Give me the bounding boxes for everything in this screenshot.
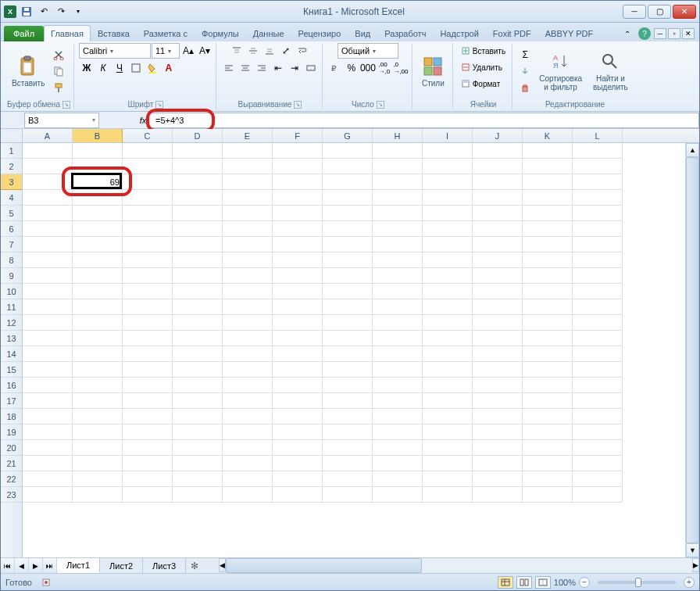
minimize-button[interactable]: ─ <box>623 5 646 19</box>
cell[interactable] <box>523 424 573 440</box>
cell[interactable] <box>573 190 623 206</box>
cell[interactable] <box>573 174 623 190</box>
column-header[interactable]: L <box>573 129 623 142</box>
cell[interactable]: 69 <box>73 174 123 190</box>
cell[interactable] <box>173 315 223 331</box>
cell[interactable] <box>473 440 523 456</box>
tab-addins[interactable]: Надстрой <box>433 25 485 41</box>
cell[interactable] <box>273 253 323 268</box>
cell[interactable] <box>173 346 223 362</box>
horizontal-scrollbar[interactable]: ◀ ▶ <box>219 558 699 573</box>
cell[interactable] <box>273 331 323 346</box>
cell[interactable] <box>73 253 123 268</box>
cell[interactable] <box>323 378 373 393</box>
cell[interactable] <box>273 221 323 237</box>
cell[interactable] <box>523 159 573 174</box>
tab-abbyy[interactable]: ABBYY PDF <box>538 25 601 41</box>
cell[interactable] <box>373 471 423 487</box>
cell[interactable] <box>473 268 523 284</box>
sort-filter-button[interactable]: АЯ Сортировка и фильтр <box>534 49 587 93</box>
cell[interactable] <box>323 440 373 456</box>
cell[interactable] <box>373 159 423 174</box>
last-sheet-button[interactable]: ⏭ <box>43 558 57 573</box>
cell[interactable] <box>123 440 173 456</box>
tab-formulas[interactable]: Формулы <box>195 25 246 41</box>
cell[interactable] <box>573 440 623 456</box>
cell[interactable] <box>123 456 173 471</box>
cell[interactable] <box>73 378 123 393</box>
cell[interactable] <box>423 440 473 456</box>
cell[interactable] <box>423 346 473 362</box>
cell[interactable] <box>173 378 223 393</box>
cell[interactable] <box>23 378 73 393</box>
cell[interactable] <box>323 221 373 237</box>
page-break-view-button[interactable] <box>535 576 551 589</box>
cell[interactable] <box>473 362 523 378</box>
cell[interactable] <box>373 299 423 315</box>
cell[interactable] <box>123 331 173 346</box>
undo-button[interactable]: ↶ <box>37 5 51 19</box>
cell[interactable] <box>573 471 623 487</box>
cell[interactable] <box>173 424 223 440</box>
cell[interactable] <box>273 284 323 299</box>
cell[interactable] <box>223 471 273 487</box>
cell[interactable] <box>23 159 73 174</box>
cell[interactable] <box>223 253 273 268</box>
cell[interactable] <box>123 487 173 503</box>
cell[interactable] <box>523 299 573 315</box>
copy-button[interactable] <box>51 63 66 79</box>
cell[interactable] <box>73 440 123 456</box>
underline-button[interactable]: Ч <box>112 60 127 76</box>
cell[interactable] <box>373 346 423 362</box>
cell[interactable] <box>273 159 323 174</box>
tab-developer[interactable]: Разработч <box>377 25 433 41</box>
zoom-out-button[interactable]: − <box>579 577 590 588</box>
fx-button[interactable]: fx <box>135 113 151 128</box>
font-size-combo[interactable]: 11▾ <box>152 43 180 59</box>
cell[interactable] <box>173 299 223 315</box>
cell[interactable] <box>423 393 473 409</box>
cell[interactable] <box>473 456 523 471</box>
cell[interactable] <box>73 409 123 424</box>
qat-more-button[interactable]: ▾ <box>71 5 85 19</box>
cell[interactable] <box>223 487 273 503</box>
cell[interactable] <box>473 424 523 440</box>
row-header[interactable]: 10 <box>1 284 22 299</box>
cell[interactable] <box>173 143 223 159</box>
cell[interactable] <box>273 487 323 503</box>
cell[interactable] <box>473 253 523 268</box>
cell[interactable] <box>23 315 73 331</box>
cell[interactable] <box>123 362 173 378</box>
cell[interactable] <box>23 221 73 237</box>
normal-view-button[interactable] <box>498 576 513 589</box>
cell[interactable] <box>373 440 423 456</box>
row-header[interactable]: 18 <box>1 409 22 424</box>
font-color-button[interactable]: A <box>161 60 177 76</box>
cell[interactable] <box>123 393 173 409</box>
cell[interactable] <box>373 315 423 331</box>
row-header[interactable]: 12 <box>1 315 22 331</box>
tab-data[interactable]: Данные <box>246 25 291 41</box>
cell[interactable] <box>223 299 273 315</box>
row-header[interactable]: 2 <box>1 159 22 174</box>
cell[interactable] <box>223 237 273 253</box>
cell[interactable] <box>423 409 473 424</box>
clear-button[interactable] <box>517 80 533 95</box>
cell[interactable] <box>423 206 473 221</box>
align-middle-button[interactable] <box>245 43 261 59</box>
cell[interactable] <box>373 253 423 268</box>
column-header[interactable]: K <box>523 129 573 142</box>
cell[interactable] <box>523 471 573 487</box>
cell[interactable] <box>423 237 473 253</box>
cell[interactable] <box>523 221 573 237</box>
cell[interactable] <box>573 299 623 315</box>
cell[interactable] <box>523 393 573 409</box>
cell[interactable] <box>573 237 623 253</box>
cell[interactable] <box>223 268 273 284</box>
cell[interactable] <box>523 456 573 471</box>
tab-insert[interactable]: Вставка <box>91 25 137 41</box>
cell[interactable] <box>123 190 173 206</box>
cell[interactable] <box>123 159 173 174</box>
cell[interactable] <box>273 206 323 221</box>
cell[interactable] <box>323 487 373 503</box>
